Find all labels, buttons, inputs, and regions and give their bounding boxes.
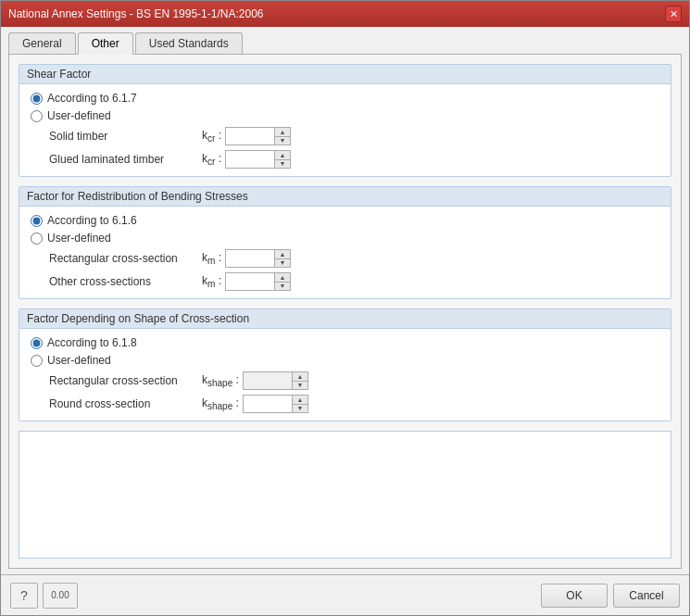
- shape-according-row: According to 6.1.8: [31, 336, 659, 349]
- shear-according-radio[interactable]: [31, 93, 43, 105]
- bending-other-row: Other cross-sections km : 1.000 ▲ ▼: [31, 272, 659, 291]
- section-bending-title: Factor for Redistribution of Bending Str…: [19, 187, 671, 207]
- shape-round-spinbox: 1.200 ▲ ▼: [243, 395, 308, 413]
- shape-rect-ksub: shape: [207, 378, 232, 388]
- shear-solid-field: kcr : 0.670 ▲ ▼: [202, 127, 291, 145]
- bending-other-spin-up[interactable]: ▲: [275, 273, 290, 282]
- bending-according-label: According to 6.1.6: [47, 214, 137, 227]
- shear-glued-label: Glued laminated timber: [49, 153, 197, 166]
- bottom-bar: ? 0.00 OK Cancel: [1, 574, 689, 615]
- bending-according-row: According to 6.1.6: [31, 214, 659, 227]
- shear-according-label: According to 6.1.7: [47, 92, 137, 105]
- shape-rect-input[interactable]: [244, 372, 292, 389]
- bending-rect-spinbox: 0.700 ▲ ▼: [225, 249, 291, 268]
- shape-round-ksub: shape: [207, 401, 232, 411]
- cancel-button[interactable]: Cancel: [613, 584, 680, 608]
- shear-solid-k: kcr :: [202, 129, 221, 144]
- section-shape-title: Factor Depending on Shape of Cross-secti…: [19, 309, 671, 329]
- shear-glued-k: kcr :: [202, 152, 221, 167]
- bending-rect-spin-down[interactable]: ▼: [275, 258, 290, 267]
- dialog-window: National Annex Settings - BS EN 1995-1-1…: [0, 0, 690, 616]
- shape-rect-label: Rectangular cross-section: [49, 374, 197, 387]
- close-button[interactable]: ✕: [665, 6, 682, 22]
- bottom-right-buttons: OK Cancel: [541, 584, 680, 608]
- bending-user-row: User-defined: [31, 232, 659, 245]
- shear-solid-spin-buttons: ▲ ▼: [274, 128, 290, 145]
- shape-user-radio[interactable]: [31, 355, 43, 367]
- bending-rect-row: Rectangular cross-section km : 0.700 ▲ ▼: [31, 249, 659, 268]
- section-shear-factor-title: Shear Factor: [19, 65, 671, 84]
- shear-solid-ksub: cr: [207, 133, 215, 144]
- shear-user-row: User-defined: [31, 109, 659, 122]
- help-button[interactable]: ?: [10, 583, 38, 609]
- section-bending-body: According to 6.1.6 User-defined Rectangu…: [19, 207, 671, 298]
- shape-round-field: kshape : 1.200 ▲ ▼: [202, 395, 308, 413]
- section-shape: Factor Depending on Shape of Cross-secti…: [19, 308, 671, 421]
- bending-rect-ksub: m: [207, 256, 215, 266]
- section-shape-body: According to 6.1.8 User-defined Rectangu…: [19, 329, 671, 421]
- bending-other-spinbox: 1.000 ▲ ▼: [225, 272, 291, 291]
- shape-round-k: kshape :: [202, 396, 239, 411]
- tab-content-other: Shear Factor According to 6.1.7 User-def…: [8, 55, 682, 569]
- shape-round-row: Round cross-section kshape : 1.200 ▲ ▼: [31, 395, 659, 413]
- shear-glued-field: kcr : 0.670 ▲ ▼: [202, 150, 291, 169]
- bending-user-label: User-defined: [47, 232, 111, 245]
- empty-section: [19, 431, 671, 559]
- section-bending: Factor for Redistribution of Bending Str…: [19, 186, 671, 299]
- bottom-left-buttons: ? 0.00: [10, 583, 78, 609]
- shape-round-spin-up[interactable]: ▲: [293, 396, 307, 404]
- shear-solid-spinbox: 0.670 ▲ ▼: [225, 127, 291, 145]
- shape-user-row: User-defined: [31, 354, 659, 367]
- bending-rect-label: Rectangular cross-section: [49, 252, 197, 265]
- shape-rect-spinbox: ▲ ▼: [243, 371, 308, 390]
- shape-rect-row: Rectangular cross-section kshape : ▲ ▼: [31, 371, 659, 390]
- dialog-content: General Other Used Standards Shear Facto…: [1, 27, 689, 574]
- bending-other-input[interactable]: 1.000: [226, 273, 274, 290]
- shape-round-spin-down[interactable]: ▼: [293, 404, 307, 412]
- shear-glued-row: Glued laminated timber kcr : 0.670 ▲ ▼: [31, 150, 659, 169]
- tab-used-standards[interactable]: Used Standards: [135, 32, 243, 54]
- shear-glued-input[interactable]: 0.670: [226, 151, 274, 168]
- shape-rect-spin-up[interactable]: ▲: [293, 372, 307, 381]
- title-bar: National Annex Settings - BS EN 1995-1-1…: [1, 1, 689, 27]
- bending-other-field: km : 1.000 ▲ ▼: [202, 272, 291, 291]
- shape-according-label: According to 6.1.8: [47, 336, 137, 349]
- bending-other-spin-down[interactable]: ▼: [275, 282, 290, 290]
- bending-other-ksub: m: [207, 279, 215, 289]
- shear-solid-label: Solid timber: [49, 130, 197, 143]
- shear-solid-row: Solid timber kcr : 0.670 ▲ ▼: [31, 127, 659, 145]
- bending-rect-spin-up[interactable]: ▲: [275, 250, 290, 258]
- tab-general[interactable]: General: [8, 32, 76, 54]
- bending-rect-spin-buttons: ▲ ▼: [274, 250, 290, 267]
- bending-rect-input[interactable]: 0.700: [226, 250, 274, 267]
- shape-user-label: User-defined: [47, 354, 111, 367]
- bending-rect-field: km : 0.700 ▲ ▼: [202, 249, 291, 268]
- bending-other-spin-buttons: ▲ ▼: [274, 273, 290, 290]
- shear-solid-spin-up[interactable]: ▲: [275, 128, 290, 136]
- shape-according-radio[interactable]: [31, 337, 43, 349]
- shear-according-row: According to 6.1.7: [31, 92, 659, 105]
- shear-glued-ksub: cr: [207, 157, 215, 167]
- bending-other-label: Other cross-sections: [49, 275, 197, 288]
- shape-rect-k: kshape :: [202, 373, 239, 388]
- shape-round-spin-buttons: ▲ ▼: [292, 396, 307, 412]
- bending-user-radio[interactable]: [31, 233, 43, 245]
- ok-button[interactable]: OK: [541, 584, 608, 608]
- shape-round-label: Round cross-section: [49, 397, 197, 410]
- bending-other-k: km :: [202, 274, 221, 289]
- shear-user-radio[interactable]: [31, 110, 43, 122]
- tab-other[interactable]: Other: [78, 32, 133, 55]
- shear-glued-spin-down[interactable]: ▼: [275, 159, 290, 168]
- shape-rect-spin-down[interactable]: ▼: [293, 381, 307, 389]
- bending-rect-k: km :: [202, 251, 221, 266]
- bending-according-radio[interactable]: [31, 215, 43, 227]
- shear-glued-spin-up[interactable]: ▲: [275, 151, 290, 159]
- shear-solid-spin-down[interactable]: ▼: [275, 136, 290, 145]
- section-shear-factor: Shear Factor According to 6.1.7 User-def…: [19, 64, 671, 177]
- calc-button[interactable]: 0.00: [43, 583, 78, 609]
- shape-rect-field: kshape : ▲ ▼: [202, 371, 308, 390]
- shape-round-input[interactable]: 1.200: [244, 396, 292, 412]
- shear-solid-input[interactable]: 0.670: [226, 128, 274, 145]
- shear-glued-spin-buttons: ▲ ▼: [274, 151, 290, 168]
- shear-glued-spinbox: 0.670 ▲ ▼: [225, 150, 291, 169]
